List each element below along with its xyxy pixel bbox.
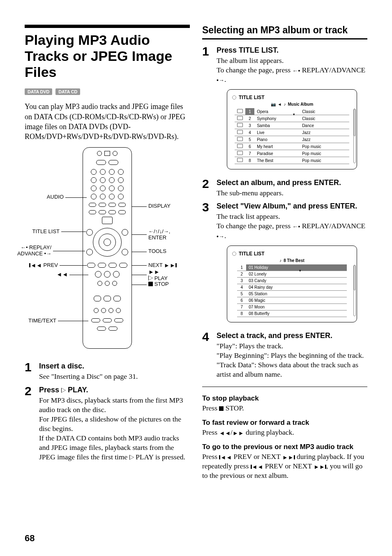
dot-arrow-right-icon: •→ xyxy=(217,233,224,240)
stop-heading: To stop playback xyxy=(202,394,367,403)
ff-heading: To fast review or forward a track xyxy=(202,419,367,427)
intro-paragraph: You can play MP3 audio tracks and JPEG i… xyxy=(25,102,190,141)
right-step-1: 1 Press TITLE LIST. The album list appea… xyxy=(202,46,367,174)
stop-text: Press STOP. xyxy=(202,403,367,413)
table-row[interactable]: 5PianoJazz xyxy=(235,136,349,143)
left-step-2: 2 Press PLAY. For MP3 discs, playback st… xyxy=(25,386,190,462)
label-display: DISPLAY xyxy=(148,203,171,209)
step-number: 3 xyxy=(202,201,212,213)
folder-icon xyxy=(237,130,243,134)
folder-icon xyxy=(237,144,243,148)
step-number: 2 xyxy=(25,385,35,397)
step-head: Select a track, and press ENTER. xyxy=(217,331,367,340)
step-text: The album list appears. To change the pa… xyxy=(217,56,367,84)
step-number: 1 xyxy=(202,45,212,58)
label-tools: TOOLS xyxy=(148,248,166,254)
label-rew: ◄◄ xyxy=(56,271,68,278)
remote-diagram: AUDIO DISPLAY TITLE LIST ←/↑/↓/→, ENTER … xyxy=(29,147,185,353)
page-number: 68 xyxy=(25,533,35,544)
scrollbar[interactable] xyxy=(353,109,356,163)
play-icon xyxy=(129,455,134,460)
right-step-2: 2 Select an album, and press ENTER. The … xyxy=(202,178,367,198)
step-head: Select "View Album," and press ENTER. xyxy=(217,202,367,211)
step-head: Press TITLE LIST. xyxy=(217,46,367,55)
step-number: 4 xyxy=(202,331,212,343)
album-title-list-panel: TITLE LIST 📷◄♪Music Album 1OperaClassic2… xyxy=(227,89,357,169)
right-step-3: 3 Select "View Album," and press ENTER. … xyxy=(202,202,367,327)
skip-heading: To go to the previous or next MP3 audio … xyxy=(202,443,367,451)
left-step-1: 1 Insert a disc. See "Inserting a Disc" … xyxy=(25,362,190,381)
label-ff-play: ►► PLAY xyxy=(148,269,168,281)
table-row[interactable]: 707 Moon xyxy=(237,303,347,310)
step-number: 2 xyxy=(202,178,212,190)
label-replay-advance: ←• REPLAY/ ADVANCE •→ xyxy=(17,245,51,257)
track-title-list-panel: TITLE LIST ♪8 The Best 101 Holiday202 Lo… xyxy=(227,246,357,322)
track-table: 101 Holiday202 Lonely303 Candy404 Rainy … xyxy=(237,264,347,317)
camera-icon: 📷 xyxy=(271,102,276,107)
step-head: Insert a disc. xyxy=(39,362,190,371)
folder-icon xyxy=(237,116,243,120)
table-row[interactable]: 8The BestPop music xyxy=(235,157,349,164)
badge-data-cd: DATA CD xyxy=(55,88,80,95)
step-text: The sub-menu appears. xyxy=(217,188,367,198)
folder-icon xyxy=(237,151,243,155)
label-next: NEXT ►► xyxy=(148,262,177,269)
arrow-left-dot-icon: ←• xyxy=(292,223,300,230)
panel-title: TITLE LIST xyxy=(239,95,265,100)
note-icon: ♪ xyxy=(284,102,286,107)
label-audio: AUDIO xyxy=(47,194,64,200)
table-row[interactable]: 202 Lonely xyxy=(237,271,347,277)
label-title-list: TITLE LIST xyxy=(32,229,60,234)
prev-icon: ◄◄ xyxy=(220,454,232,461)
folder-icon xyxy=(237,137,243,141)
dot-arrow-right-icon: •→ xyxy=(217,76,224,84)
table-row[interactable]: 6My heartPop music xyxy=(235,143,349,150)
label-time-text: TIME/TEXT xyxy=(28,318,56,324)
skip-text: Press ◄◄ PREV or NEXT ►► during playback… xyxy=(202,452,367,480)
right-step-4: 4 Select a track, and press ENTER. "Play… xyxy=(202,331,367,379)
scrollbar[interactable] xyxy=(353,265,356,316)
panel-breadcrumb: ♪8 The Best xyxy=(230,258,354,263)
table-row[interactable]: 1OperaClassic xyxy=(235,108,349,115)
label-stop: STOP xyxy=(148,281,169,287)
table-row[interactable]: 303 Candy xyxy=(237,277,347,284)
panel-breadcrumb: 📷◄♪Music Album xyxy=(230,102,354,107)
step-text: The track list appears. To change the pa… xyxy=(217,212,367,240)
table-row[interactable]: 7ParadisePop music xyxy=(235,150,349,157)
next-icon: ►► xyxy=(282,454,294,461)
section-title: Selecting an MP3 album or track xyxy=(202,25,367,39)
step-text: "Play": Plays the track. "Play Beginning… xyxy=(217,341,367,379)
panel-title: TITLE LIST xyxy=(239,251,265,257)
table-row[interactable]: 3SambaDance xyxy=(235,122,349,129)
table-row[interactable]: 2SymphonyClassic xyxy=(235,115,349,122)
main-title: Playing MP3 Audio Tracks or JPEG Image F… xyxy=(25,25,190,80)
ff-text: Press ◄◄/►► during playback. xyxy=(202,428,367,437)
table-row[interactable]: 4LiveJazz xyxy=(235,129,349,136)
ff-icon: ►► xyxy=(233,429,244,437)
step-number: 1 xyxy=(25,361,35,373)
table-row[interactable]: 101 Holiday xyxy=(237,264,347,271)
folder-icon xyxy=(237,123,243,127)
album-table: 1OperaClassic2SymphonyClassic3SambaDance… xyxy=(235,108,349,164)
step-text: For MP3 discs, playback starts from the … xyxy=(39,396,190,462)
table-row[interactable]: 606 Magic xyxy=(237,297,347,303)
stop-icon xyxy=(219,406,224,411)
rew-icon: ◄◄ xyxy=(219,429,231,437)
note-icon: ♪ xyxy=(279,258,281,263)
badge-data-dvd: DATA DVD xyxy=(25,88,52,95)
table-row[interactable]: 808 Butterfly xyxy=(237,310,347,317)
label-prev: ◄◄ PREV xyxy=(29,262,58,269)
table-row[interactable]: 404 Rainy day xyxy=(237,284,347,290)
play-icon xyxy=(61,388,66,393)
bullet-icon xyxy=(232,95,236,100)
folder-icon xyxy=(237,109,243,113)
step-head: Select an album, and press ENTER. xyxy=(217,178,367,187)
arrow-left-dot-icon: ←• xyxy=(292,67,300,74)
badge-row: DATA DVD DATA CD xyxy=(25,88,190,95)
next-bar-icon xyxy=(294,455,295,459)
table-row[interactable]: 505 Station xyxy=(237,290,347,297)
step-text: See "Inserting a Disc" on page 31. xyxy=(39,372,190,381)
label-arrows-enter: ←/↑/↓/→, ENTER xyxy=(148,229,170,241)
bullet-icon xyxy=(232,252,236,256)
step-head: Press PLAY. xyxy=(39,386,190,394)
